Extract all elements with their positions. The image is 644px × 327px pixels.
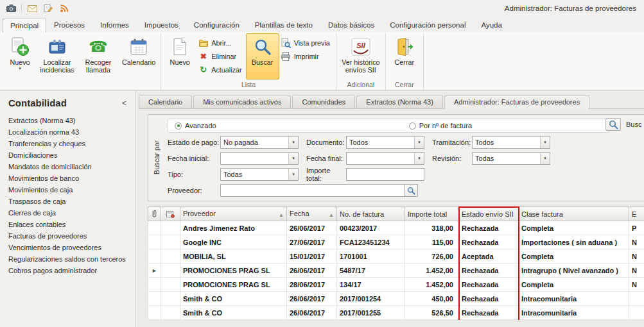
tab-mis-comunicados-activos[interactable]: Mis comunicados activos: [193, 96, 291, 108]
tab-calendario[interactable]: Calendario: [139, 96, 192, 108]
cell-clase: Completa: [519, 249, 629, 264]
sidebar-item-facturas-de-proveedores[interactable]: Facturas de proveedores: [0, 230, 135, 242]
column-header-indicator[interactable]: [148, 207, 161, 221]
calendario-label: Calendario: [122, 58, 155, 66]
table-row[interactable]: MOBILIA, SL 15/01/2017 1701001 726,00 Ac…: [148, 249, 644, 264]
menu-tab-informes[interactable]: Informes: [92, 18, 137, 32]
notes-pencil-icon[interactable]: [42, 3, 54, 14]
imprimir-button[interactable]: Imprimir: [279, 49, 334, 63]
sidebar-item-movimientos-de-banco[interactable]: Movimientos de banco: [0, 172, 135, 184]
chevron-down-icon[interactable]: ▾: [288, 137, 298, 148]
sii-logo-icon: SII: [351, 37, 370, 57]
recoger-llamada-button[interactable]: ☎ Recoger llamada: [78, 33, 119, 80]
table-row[interactable]: PROMOCIONES PRAG SL 28/06/2017 134/17 1.…: [148, 278, 644, 292]
cell-attachment: [161, 306, 180, 320]
localizar-incidencias-button[interactable]: Localizar incidencias: [37, 33, 78, 80]
cell-estado-pago: N: [629, 278, 644, 292]
actualizar-button[interactable]: ↻ Actualizar: [196, 63, 245, 76]
column-header-importe-total[interactable]: Importe total: [405, 207, 459, 221]
chevron-down-icon[interactable]: ▾: [288, 153, 298, 164]
camera-icon[interactable]: [5, 3, 17, 14]
fecha-inicial-select[interactable]: ▾: [220, 152, 299, 165]
chevron-down-icon[interactable]: ▾: [540, 153, 550, 164]
eliminar-button[interactable]: ✖ Eliminar: [196, 49, 245, 63]
calendario-button[interactable]: Calendario: [119, 33, 159, 80]
column-header-estado-envio-sii[interactable]: Estado envío SII: [459, 207, 519, 221]
ver-historico-sii-button[interactable]: SII Ver histórico envíos SII: [338, 33, 383, 80]
table-row[interactable]: Google INC 27/06/2017 FCA123451234 115,0…: [148, 235, 644, 249]
sort-asc-icon: ▲: [279, 212, 284, 218]
tab-administrador-facturas-de-proveedores[interactable]: Administrador: Facturas de proveedores: [444, 96, 589, 109]
proveedor-lookup-button[interactable]: [405, 184, 418, 197]
cell-importe: 726,00: [405, 249, 459, 264]
menu-tab-datos-basicos[interactable]: Datos básicos: [320, 18, 382, 32]
sealed-letter-icon: [164, 210, 177, 218]
preview-icon: [281, 37, 292, 48]
tab-comunidades[interactable]: Comunidades: [292, 96, 355, 108]
column-header-fecha[interactable]: Fecha ▲: [287, 207, 337, 221]
sidebar-item-domiciliaciones[interactable]: Domiciliaciones: [0, 149, 135, 161]
revision-select[interactable]: Todas ▾: [472, 152, 550, 165]
broadcast-icon[interactable]: [58, 3, 70, 14]
menu-tab-configuracion-personal[interactable]: Configuración personal: [382, 18, 473, 32]
abrir-button[interactable]: Abrir...: [196, 36, 245, 49]
panel-buscar-button[interactable]: Busc: [605, 118, 641, 131]
radio-unselected-icon: [409, 122, 416, 130]
sidebar-item-mandatos-de-domiciliacion[interactable]: Mandatos de domiciliación: [0, 161, 135, 172]
nuevo-main-button[interactable]: Nuevo ▾: [3, 33, 37, 80]
sidebar-item-movimientos-de-caja[interactable]: Movimientos de caja: [0, 184, 135, 196]
fecha-inicial-label: Fecha inicial:: [168, 155, 220, 162]
table-row[interactable]: Andres Jimenez Rato 26/06/2017 00423/201…: [148, 221, 644, 235]
sidebar-item-enlaces-contables[interactable]: Enlaces contables: [0, 219, 135, 230]
sidebar-collapse-icon[interactable]: <: [122, 99, 126, 108]
buscar-button[interactable]: Buscar: [246, 33, 279, 80]
nuevo-lista-button[interactable]: Nuevo: [163, 33, 196, 80]
menu-tab-configuracion[interactable]: Configuración: [186, 18, 247, 32]
sidebar-item-localizacion-norma-43[interactable]: Localización norma 43: [0, 126, 135, 138]
menu-tab-procesos[interactable]: Procesos: [46, 18, 92, 32]
importe-total-input[interactable]: [346, 168, 424, 181]
menu-tab-impuestos[interactable]: Impuestos: [137, 18, 186, 32]
radio-por-numero-factura[interactable]: Por nº de factura: [409, 122, 472, 130]
sidebar-item-extractos-norma-43[interactable]: Extractos (Norma 43): [0, 115, 135, 126]
menu-tab-ayuda[interactable]: Ayuda: [473, 18, 509, 32]
fecha-final-select[interactable]: ▾: [346, 152, 424, 165]
menu-tab-plantillas-de-texto[interactable]: Plantillas de texto: [247, 18, 320, 32]
column-header-no-de-factura[interactable]: No. de factura: [337, 207, 405, 221]
sidebar-item-cierres-de-caja[interactable]: Cierres de caja: [0, 207, 135, 219]
mail-icon[interactable]: [26, 3, 38, 14]
sidebar-item-traspasos-de-caja[interactable]: Traspasos de caja: [0, 196, 135, 207]
table-row[interactable]: ► PROMOCIONES PRAG SL 26/06/2017 5487/17…: [148, 264, 644, 278]
tramitacion-select[interactable]: Todos ▾: [472, 136, 550, 149]
column-header-proveedor[interactable]: Proveedor ▲: [180, 207, 287, 221]
radio-avanzado[interactable]: Avanzado: [175, 122, 216, 130]
sidebar-item-regularizaciones-saldos[interactable]: Regularizaciones saldos con terceros: [0, 253, 135, 265]
tipo-select[interactable]: Todas ▾: [220, 168, 299, 181]
table-row[interactable]: Smith & CO 26/06/2017 2017/001255 526,50…: [148, 306, 644, 320]
chevron-down-icon[interactable]: ▾: [414, 137, 424, 148]
column-header-estado-de-pago[interactable]: E: [629, 207, 644, 221]
cell-fecha: 26/06/2017: [287, 221, 337, 235]
table-row[interactable]: Smith & CO 26/06/2017 2017/001254 450,00…: [148, 292, 644, 306]
chevron-down-icon[interactable]: ▾: [540, 137, 550, 148]
tab-extractos-norma-43[interactable]: Extractos (Norma 43): [356, 96, 443, 108]
vista-previa-button[interactable]: Vista previa: [279, 36, 334, 49]
proveedor-input[interactable]: [220, 184, 405, 197]
new-document-icon: [172, 37, 187, 57]
column-header-status-icon[interactable]: [161, 207, 180, 221]
cerrar-button[interactable]: Cerrar: [388, 33, 421, 80]
documento-value: Todos: [347, 137, 414, 148]
ribbon-group-cerrar-label: Cerrar: [388, 80, 421, 90]
estado-de-pago-select[interactable]: No pagada ▾: [220, 136, 299, 149]
column-header-clase-factura[interactable]: Clase factura: [519, 207, 629, 221]
chevron-down-icon[interactable]: ▾: [414, 153, 424, 164]
documento-select[interactable]: Todos ▾: [346, 136, 424, 149]
ver-historico-sii-label: Ver histórico envíos SII: [342, 58, 380, 74]
documento-label: Documento:: [306, 138, 346, 146]
menu-tab-principal[interactable]: Principal: [3, 19, 46, 33]
sidebar-item-vencimientos-de-proveedores[interactable]: Vencimientos de proveedores: [0, 242, 135, 253]
cell-estado-pago: [629, 306, 644, 320]
sidebar-item-cobros-pagos-administrador[interactable]: Cobros pagos administrador: [0, 265, 135, 276]
sidebar-item-tranferencias-y-cheques[interactable]: Tranferencias y cheques: [0, 138, 135, 149]
chevron-down-icon[interactable]: ▾: [288, 169, 298, 180]
